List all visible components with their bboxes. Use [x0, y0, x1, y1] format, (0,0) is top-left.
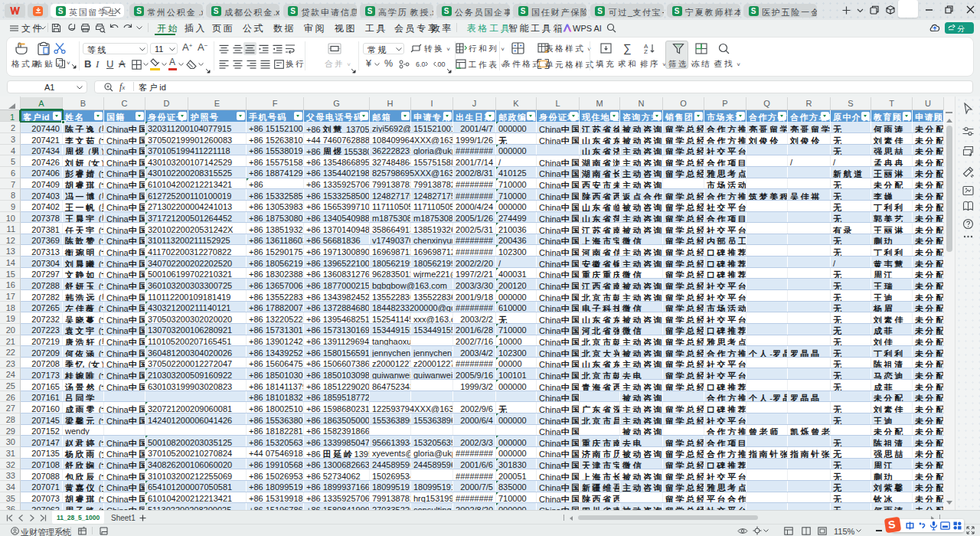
svg-text:.00: .00 [436, 60, 446, 68]
svg-text:Z: Z [644, 48, 648, 54]
svg-text:6.0: 6.0 [416, 60, 426, 68]
